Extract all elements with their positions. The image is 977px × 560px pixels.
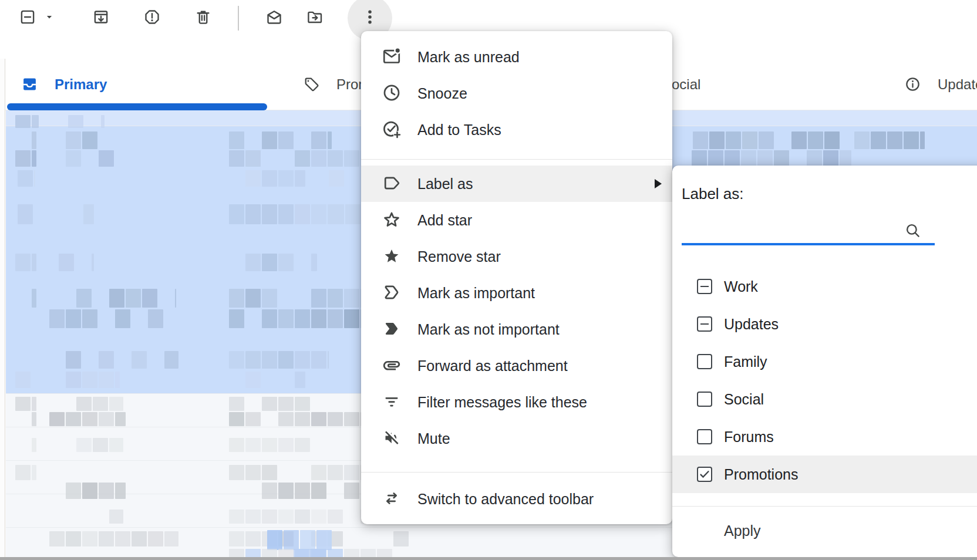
label-options-list: WorkUpdatesFamilySocialForumsPromotions xyxy=(672,268,977,493)
label-option-text: Family xyxy=(724,353,767,370)
label-as-submenu: Label as: WorkUpdatesFamilySocialForumsP… xyxy=(672,166,977,557)
search-underline xyxy=(682,243,935,245)
info-icon xyxy=(904,76,921,93)
label-search xyxy=(682,218,935,245)
mark-unread-icon xyxy=(382,46,403,68)
star-filled-icon xyxy=(382,246,403,267)
checkbox-indeterminate-icon[interactable] xyxy=(697,279,712,294)
important-outline-icon xyxy=(382,282,403,303)
menu-item-label: Mark as unread xyxy=(417,49,520,66)
menu-item-label: Remove star xyxy=(417,248,501,265)
menu-item-forward-as-attachment[interactable]: Forward as attachment xyxy=(361,348,672,384)
add-task-icon xyxy=(382,119,403,140)
menu-item-label: Forward as attachment xyxy=(417,357,568,375)
menu-item-label: Add star xyxy=(417,212,472,229)
label-option-text: Social xyxy=(724,391,764,408)
checkbox-indeterminate-icon[interactable] xyxy=(697,316,712,332)
gmail-window: Primary Promotions Social Updates Mark a… xyxy=(0,0,977,560)
envelope-open-icon xyxy=(265,8,283,28)
toolbar-divider xyxy=(238,6,239,31)
tab-primary[interactable]: Primary xyxy=(21,59,107,110)
label-as-title: Label as: xyxy=(682,185,744,203)
checkbox-checked-icon[interactable] xyxy=(697,467,712,482)
folder-move-icon xyxy=(306,8,324,28)
chevron-right-icon xyxy=(655,179,662,188)
delete-button[interactable] xyxy=(189,4,217,32)
menu-item-mark-as-unread[interactable]: Mark as unread xyxy=(361,39,672,75)
label-option-text: Work xyxy=(724,278,758,295)
caret-down-icon xyxy=(44,12,55,25)
window-left-edge xyxy=(0,59,5,557)
menu-item-label: Label as xyxy=(417,176,473,193)
label-search-input[interactable] xyxy=(682,218,908,243)
apply-button[interactable]: Apply xyxy=(724,522,761,539)
menu-item-label: Add to Tasks xyxy=(417,122,501,139)
menu-item-switch-to-advanced-toolbar[interactable]: Switch to advanced toolbar xyxy=(361,481,672,517)
menu-item-add-to-tasks[interactable]: Add to Tasks xyxy=(361,112,672,148)
label-option-work[interactable]: Work xyxy=(672,268,977,305)
archive-button[interactable] xyxy=(87,4,115,32)
filter-icon xyxy=(382,392,403,413)
checkbox-unchecked-icon[interactable] xyxy=(697,429,712,444)
report-spam-icon xyxy=(143,8,161,28)
search-icon xyxy=(904,222,922,239)
label-option-text: Updates xyxy=(724,316,779,333)
menu-item-label-as[interactable]: Label as xyxy=(361,166,672,202)
mute-icon xyxy=(382,428,403,449)
switch-arrows-icon xyxy=(382,488,403,510)
tab-updates[interactable]: Updates xyxy=(904,59,977,110)
important-filled-icon xyxy=(382,319,403,340)
more-options-menu: Mark as unreadSnoozeAdd to TasksLabel as… xyxy=(361,31,672,524)
tab-label: Primary xyxy=(55,76,107,93)
menu-item-label: Snooze xyxy=(417,85,467,102)
mark-as-read-button[interactable] xyxy=(260,4,288,32)
submenu-separator xyxy=(672,506,977,507)
menu-item-label: Filter messages like these xyxy=(417,394,587,411)
checkbox-unchecked-icon[interactable] xyxy=(697,354,712,369)
label-option-family[interactable]: Family xyxy=(672,343,977,380)
menu-separator xyxy=(361,472,672,473)
label-option-updates[interactable]: Updates xyxy=(672,305,977,343)
active-tab-indicator xyxy=(7,103,267,110)
report-spam-button[interactable] xyxy=(138,4,166,32)
trash-icon xyxy=(194,8,212,28)
menu-item-mark-as-important[interactable]: Mark as important xyxy=(361,275,672,311)
tag-icon xyxy=(303,76,320,93)
move-to-button[interactable] xyxy=(301,4,329,32)
menu-item-label: Mark as important xyxy=(417,285,535,302)
star-outline-icon xyxy=(382,210,403,231)
window-bottom-edge xyxy=(0,557,977,560)
select-dropdown-button[interactable] xyxy=(35,4,63,32)
archive-icon xyxy=(92,8,110,28)
more-options-button[interactable] xyxy=(356,4,384,32)
checkbox-indeterminate-icon xyxy=(19,8,36,28)
tab-label: Updates xyxy=(938,76,977,93)
menu-item-add-star[interactable]: Add star xyxy=(361,202,672,238)
menu-item-remove-star[interactable]: Remove star xyxy=(361,238,672,275)
paperclip-icon xyxy=(382,355,403,376)
more-vertical-icon xyxy=(361,8,379,28)
menu-item-mark-as-not-important[interactable]: Mark as not important xyxy=(361,311,672,348)
menu-item-snooze[interactable]: Snooze xyxy=(361,75,672,112)
menu-item-label: Mute xyxy=(417,430,450,447)
label-option-text: Forums xyxy=(724,429,774,446)
clock-icon xyxy=(382,83,403,104)
label-option-promotions[interactable]: Promotions xyxy=(672,456,977,493)
menu-separator xyxy=(361,159,672,160)
menu-item-label: Mark as not important xyxy=(417,321,560,338)
menu-item-mute[interactable]: Mute xyxy=(361,420,672,457)
menu-item-label: Switch to advanced toolbar xyxy=(417,491,594,508)
label-option-forums[interactable]: Forums xyxy=(672,418,977,456)
checkbox-unchecked-icon[interactable] xyxy=(697,392,712,407)
menu-item-filter-messages-like-these[interactable]: Filter messages like these xyxy=(361,384,672,420)
label-option-text: Promotions xyxy=(724,466,798,483)
label-icon xyxy=(382,173,403,194)
label-option-social[interactable]: Social xyxy=(672,380,977,418)
inbox-icon xyxy=(21,76,38,93)
